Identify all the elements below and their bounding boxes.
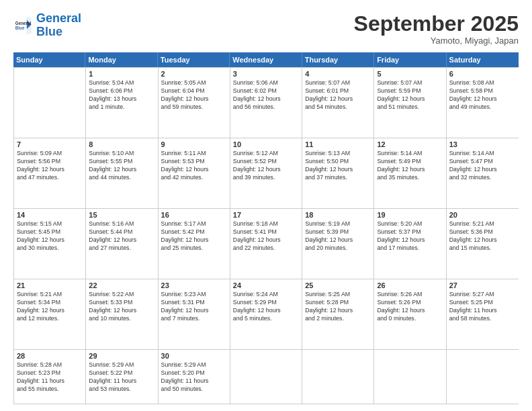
day-info: Sunrise: 5:07 AM Sunset: 6:01 PM Dayligh…	[305, 79, 371, 111]
calendar-row-1: 1Sunrise: 5:04 AM Sunset: 6:06 PM Daylig…	[14, 67, 519, 138]
calendar-body: 1Sunrise: 5:04 AM Sunset: 6:06 PM Daylig…	[13, 67, 519, 404]
day-info: Sunrise: 5:25 AM Sunset: 5:28 PM Dayligh…	[305, 291, 371, 323]
day-info: Sunrise: 5:13 AM Sunset: 5:50 PM Dayligh…	[305, 150, 371, 182]
calendar-cell-r4c4: 24Sunrise: 5:24 AM Sunset: 5:29 PM Dayli…	[230, 279, 302, 349]
day-info: Sunrise: 5:20 AM Sunset: 5:37 PM Dayligh…	[377, 220, 443, 253]
header-wednesday: Wednesday	[230, 52, 302, 67]
day-number: 23	[161, 281, 227, 289]
calendar-cell-r3c4: 17Sunrise: 5:18 AM Sunset: 5:41 PM Dayli…	[230, 209, 302, 279]
day-number: 18	[305, 211, 371, 219]
calendar-row-4: 21Sunrise: 5:21 AM Sunset: 5:34 PM Dayli…	[14, 279, 519, 349]
calendar-cell-r5c6	[374, 350, 446, 404]
day-info: Sunrise: 5:26 AM Sunset: 5:26 PM Dayligh…	[377, 291, 443, 323]
calendar-cell-r1c2: 1Sunrise: 5:04 AM Sunset: 6:06 PM Daylig…	[86, 68, 158, 138]
logo-line1: General	[36, 11, 81, 25]
calendar: Sunday Monday Tuesday Wednesday Thursday…	[13, 52, 519, 404]
calendar-cell-r4c2: 22Sunrise: 5:22 AM Sunset: 5:33 PM Dayli…	[86, 279, 158, 349]
svg-text:General: General	[15, 20, 32, 25]
day-number: 29	[89, 352, 154, 360]
day-info: Sunrise: 5:08 AM Sunset: 5:58 PM Dayligh…	[449, 79, 516, 111]
calendar-cell-r3c1: 14Sunrise: 5:15 AM Sunset: 5:45 PM Dayli…	[14, 209, 86, 279]
calendar-cell-r4c5: 25Sunrise: 5:25 AM Sunset: 5:28 PM Dayli…	[302, 279, 374, 349]
day-info: Sunrise: 5:14 AM Sunset: 5:47 PM Dayligh…	[449, 150, 516, 182]
day-info: Sunrise: 5:19 AM Sunset: 5:39 PM Dayligh…	[305, 220, 371, 253]
header: General Blue General Blue September 2025…	[13, 12, 519, 46]
day-number: 17	[233, 211, 299, 219]
location: Yamoto, Miyagi, Japan	[354, 36, 519, 46]
day-info: Sunrise: 5:10 AM Sunset: 5:55 PM Dayligh…	[89, 150, 154, 182]
calendar-cell-r2c5: 11Sunrise: 5:13 AM Sunset: 5:50 PM Dayli…	[302, 138, 374, 208]
calendar-row-3: 14Sunrise: 5:15 AM Sunset: 5:45 PM Dayli…	[14, 208, 519, 279]
calendar-cell-r2c3: 9Sunrise: 5:11 AM Sunset: 5:53 PM Daylig…	[159, 138, 230, 208]
day-info: Sunrise: 5:18 AM Sunset: 5:41 PM Dayligh…	[233, 220, 299, 253]
header-saturday: Saturday	[447, 52, 519, 67]
day-number: 15	[89, 211, 154, 219]
day-number: 19	[377, 211, 443, 219]
calendar-cell-r5c3: 30Sunrise: 5:29 AM Sunset: 5:20 PM Dayli…	[159, 350, 230, 404]
day-number: 21	[17, 281, 83, 289]
day-number: 4	[305, 70, 371, 78]
logo-text: General Blue	[36, 12, 81, 39]
calendar-cell-r5c2: 29Sunrise: 5:29 AM Sunset: 5:22 PM Dayli…	[86, 350, 158, 404]
day-info: Sunrise: 5:15 AM Sunset: 5:45 PM Dayligh…	[17, 220, 83, 253]
calendar-cell-r3c5: 18Sunrise: 5:19 AM Sunset: 5:39 PM Dayli…	[302, 209, 374, 279]
day-info: Sunrise: 5:07 AM Sunset: 5:59 PM Dayligh…	[377, 79, 443, 111]
calendar-row-2: 7Sunrise: 5:09 AM Sunset: 5:56 PM Daylig…	[14, 138, 519, 208]
calendar-cell-r1c4: 3Sunrise: 5:06 AM Sunset: 6:02 PM Daylig…	[230, 68, 302, 138]
header-tuesday: Tuesday	[158, 52, 230, 67]
calendar-cell-r5c1: 28Sunrise: 5:28 AM Sunset: 5:23 PM Dayli…	[14, 350, 86, 404]
title-block: September 2025 Yamoto, Miyagi, Japan	[354, 12, 519, 46]
calendar-cell-r2c1: 7Sunrise: 5:09 AM Sunset: 5:56 PM Daylig…	[14, 138, 86, 208]
calendar-cell-r5c7	[447, 350, 519, 404]
logo: General Blue General Blue	[13, 12, 81, 39]
day-info: Sunrise: 5:21 AM Sunset: 5:36 PM Dayligh…	[449, 220, 516, 253]
day-number: 2	[161, 70, 227, 78]
day-info: Sunrise: 5:05 AM Sunset: 6:04 PM Dayligh…	[161, 79, 227, 111]
calendar-row-5: 28Sunrise: 5:28 AM Sunset: 5:23 PM Dayli…	[14, 349, 519, 404]
calendar-cell-r2c4: 10Sunrise: 5:12 AM Sunset: 5:52 PM Dayli…	[230, 138, 302, 208]
day-number: 11	[305, 140, 371, 148]
calendar-cell-r3c2: 15Sunrise: 5:16 AM Sunset: 5:44 PM Dayli…	[86, 209, 158, 279]
header-friday: Friday	[374, 52, 446, 67]
day-number: 22	[89, 281, 154, 289]
day-info: Sunrise: 5:04 AM Sunset: 6:06 PM Dayligh…	[89, 79, 154, 111]
calendar-cell-r5c4	[230, 350, 302, 404]
day-number: 8	[89, 140, 154, 148]
day-number: 3	[233, 70, 299, 78]
day-info: Sunrise: 5:14 AM Sunset: 5:49 PM Dayligh…	[377, 150, 443, 182]
day-info: Sunrise: 5:12 AM Sunset: 5:52 PM Dayligh…	[233, 150, 299, 182]
day-info: Sunrise: 5:24 AM Sunset: 5:29 PM Dayligh…	[233, 291, 299, 323]
calendar-header: Sunday Monday Tuesday Wednesday Thursday…	[13, 52, 519, 67]
day-info: Sunrise: 5:16 AM Sunset: 5:44 PM Dayligh…	[89, 220, 154, 253]
day-info: Sunrise: 5:28 AM Sunset: 5:23 PM Dayligh…	[17, 361, 83, 394]
day-number: 27	[449, 281, 516, 289]
day-number: 16	[161, 211, 227, 219]
day-number: 7	[17, 140, 83, 148]
day-info: Sunrise: 5:21 AM Sunset: 5:34 PM Dayligh…	[17, 291, 83, 323]
day-number: 20	[449, 211, 516, 219]
calendar-cell-r5c5	[302, 350, 374, 404]
day-number: 13	[449, 140, 516, 148]
calendar-cell-r1c5: 4Sunrise: 5:07 AM Sunset: 6:01 PM Daylig…	[302, 68, 374, 138]
calendar-cell-r2c6: 12Sunrise: 5:14 AM Sunset: 5:49 PM Dayli…	[374, 138, 446, 208]
day-info: Sunrise: 5:29 AM Sunset: 5:20 PM Dayligh…	[161, 361, 227, 394]
day-info: Sunrise: 5:09 AM Sunset: 5:56 PM Dayligh…	[17, 150, 83, 182]
day-number: 9	[161, 140, 227, 148]
calendar-cell-r2c7: 13Sunrise: 5:14 AM Sunset: 5:47 PM Dayli…	[447, 138, 519, 208]
day-info: Sunrise: 5:17 AM Sunset: 5:42 PM Dayligh…	[161, 220, 227, 253]
calendar-cell-r3c3: 16Sunrise: 5:17 AM Sunset: 5:42 PM Dayli…	[159, 209, 230, 279]
calendar-cell-r3c7: 20Sunrise: 5:21 AM Sunset: 5:36 PM Dayli…	[447, 209, 519, 279]
day-info: Sunrise: 5:29 AM Sunset: 5:22 PM Dayligh…	[89, 361, 154, 394]
day-info: Sunrise: 5:23 AM Sunset: 5:31 PM Dayligh…	[161, 291, 227, 323]
day-info: Sunrise: 5:27 AM Sunset: 5:25 PM Dayligh…	[449, 291, 516, 323]
header-sunday: Sunday	[13, 52, 85, 67]
calendar-cell-r3c6: 19Sunrise: 5:20 AM Sunset: 5:37 PM Dayli…	[374, 209, 446, 279]
calendar-cell-r2c2: 8Sunrise: 5:10 AM Sunset: 5:55 PM Daylig…	[86, 138, 158, 208]
day-number: 6	[449, 70, 516, 78]
calendar-cell-r1c3: 2Sunrise: 5:05 AM Sunset: 6:04 PM Daylig…	[159, 68, 230, 138]
day-number: 5	[377, 70, 443, 78]
calendar-cell-r4c3: 23Sunrise: 5:23 AM Sunset: 5:31 PM Dayli…	[159, 279, 230, 349]
day-info: Sunrise: 5:11 AM Sunset: 5:53 PM Dayligh…	[161, 150, 227, 182]
day-info: Sunrise: 5:06 AM Sunset: 6:02 PM Dayligh…	[233, 79, 299, 111]
day-number: 28	[17, 352, 83, 360]
